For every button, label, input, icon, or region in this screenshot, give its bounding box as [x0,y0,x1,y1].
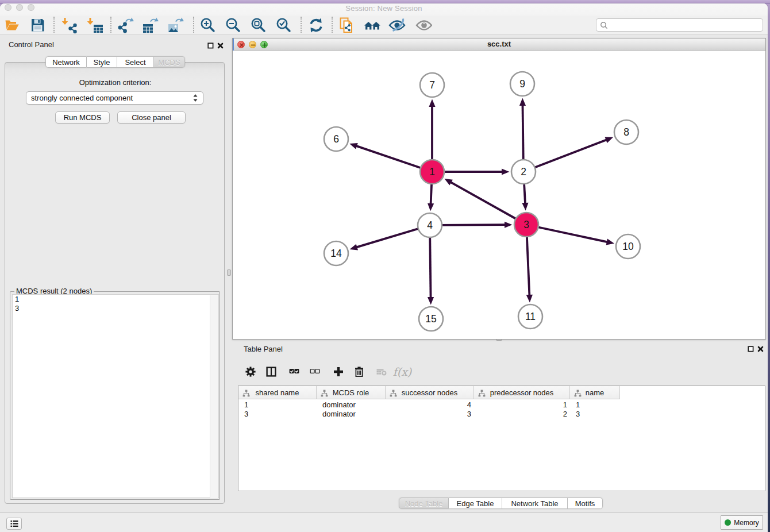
close-icon [217,43,224,49]
graph-arrowhead [522,203,528,211]
graph-node-label: 2 [521,166,526,178]
mcds-result-list[interactable]: 13 [12,294,219,498]
graph-arrowhead [428,297,434,305]
graph-node-label: 1 [429,166,435,178]
mcds-result-group: MCDS result (2 nodes) 13 [10,291,220,500]
result-item[interactable]: 3 [13,304,218,313]
split-columns-icon [266,367,276,377]
graph-arrowhead [429,99,435,107]
table-panel-close-button[interactable] [756,345,764,353]
tab-edge-table[interactable]: Edge Table [449,498,502,509]
column-header-label: successor nodes [386,388,473,397]
close-icon [757,346,764,352]
tab-mcds[interactable]: MCDS [154,56,185,68]
table-cell[interactable]: 3 [244,410,317,419]
settings-icon [245,367,256,377]
table-cell[interactable]: 2 [474,410,567,419]
network-window-titlebar[interactable]: scc.txt [233,38,765,51]
chevron-up-down-icon [192,94,198,102]
tab-style[interactable]: Style [87,56,117,68]
vertical-splitter-handle[interactable] [227,269,231,276]
network-view-window: scc.txt 7968124310141511 [232,38,766,340]
table-cell[interactable]: 1 [474,400,567,410]
column-header-MCDS-role[interactable]: MCDS role [317,386,386,399]
delete-table-button [373,364,390,380]
column-header-name[interactable]: name [570,386,620,399]
graph-arrowhead [526,295,533,303]
column-header-predecessor-nodes[interactable]: predecessor nodes [474,386,570,399]
float-icon [207,43,214,49]
tab-network[interactable]: Network [45,56,87,68]
memory-button[interactable]: Memory [721,515,763,530]
graph-node-label: 4 [427,219,433,231]
table-cell[interactable]: dominator [322,410,386,419]
delete-button[interactable] [351,364,368,380]
graph-arrowhead [349,244,358,250]
table-panel-title: Table Panel [244,345,283,353]
table-cell[interactable]: dominator [322,400,386,410]
deselect-all-button[interactable] [306,364,324,380]
status-bar: Memory [0,512,768,532]
graph-node-label: 7 [429,79,435,91]
split-columns-button[interactable] [263,364,280,380]
result-scrollbar[interactable] [210,295,218,498]
optimization-criterion-label: Optimization criterion: [5,78,225,87]
table-cell[interactable]: 1 [576,400,620,410]
function-builder-button: f(x) [391,364,414,380]
application-window: Session: New Session Control Panel [0,3,768,532]
delete-icon [354,367,364,377]
graph-node-label: 3 [523,219,529,230]
select-all-icon [289,367,299,377]
tab-node-table[interactable]: Node Table [399,498,449,509]
graph-node-label: 11 [525,311,536,322]
tab-select[interactable]: Select [117,56,154,68]
graph-edge-2-8[interactable] [523,140,607,172]
graph-arrowhead [606,239,614,245]
delete-table-icon [376,367,387,377]
tab-network-table[interactable]: Network Table [502,498,568,509]
control-panel-title: Control Panel [9,40,54,49]
column-header-label: MCDS role [317,388,385,397]
graph-arrowhead [519,98,526,106]
control-panel-close-button[interactable] [216,41,224,49]
column-header-label: name [570,388,619,397]
graph-node-label: 9 [519,78,525,90]
result-item[interactable]: 1 [13,295,218,304]
graph-arrowhead [349,143,358,149]
graph-node-label: 8 [623,126,629,138]
table-cell[interactable]: 4 [386,400,471,410]
table-cell[interactable]: 3 [576,410,620,419]
task-history-button[interactable] [6,518,22,530]
table-panel-float-button[interactable] [746,345,754,353]
select-all-button[interactable] [286,364,303,380]
run-mcds-button[interactable]: Run MCDS [55,111,110,124]
memory-label: Memory [734,519,759,527]
control-panel-tabs: NetworkStyleSelectMCDS [45,56,185,68]
column-header-shared-name[interactable]: shared name [238,386,317,399]
graph-node-label: 14 [330,248,342,259]
workspace: Control Panel NetworkStyleSelectMCDS Opt… [0,3,768,532]
control-panel-float-button[interactable] [206,41,214,49]
float-icon [748,346,754,352]
criterion-value: strongly connected component [31,94,192,102]
graph-arrowhead [428,203,434,211]
column-header-label: predecessor nodes [474,388,569,397]
graph-node-label: 10 [622,241,634,252]
table-cell[interactable]: 3 [386,410,471,419]
graph-arrowhead [502,168,510,175]
desktop: Session: New Session Control Panel [0,0,770,532]
graph-arrowhead [605,137,614,142]
close-panel-button[interactable]: Close panel [117,111,186,124]
deselect-all-icon [310,367,320,377]
network-canvas[interactable]: 7968124310141511 [233,51,765,339]
network-window-title: scc.txt [233,40,765,48]
settings-button[interactable] [242,364,259,380]
table-cell[interactable]: 1 [244,400,317,410]
table-panel-tabs: Node TableEdge TableNetwork TableMotifs [399,498,603,509]
tab-motifs[interactable]: Motifs [568,498,603,509]
add-button[interactable] [330,364,347,380]
column-header-successor-nodes[interactable]: successor nodes [386,386,474,399]
graph-edge-3-1[interactable] [450,182,526,225]
add-icon [333,367,344,377]
criterion-dropdown[interactable]: strongly connected component [26,91,203,105]
